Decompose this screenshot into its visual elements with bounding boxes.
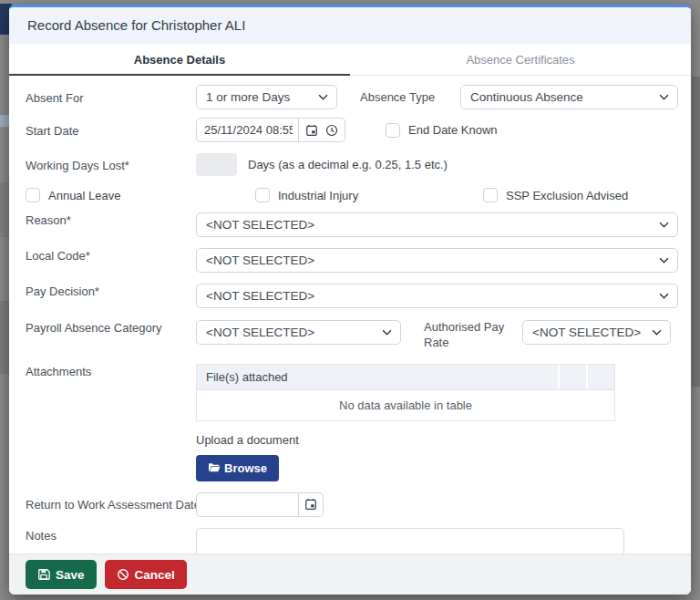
absent-for-value: 1 or more Days: [206, 90, 313, 104]
chevron-down-icon: [659, 222, 669, 228]
attachments-area: File(s) attached No data available in ta…: [196, 364, 615, 481]
industrial-injury-field: Industrial Injury: [255, 188, 483, 202]
start-date-label: Start Date: [26, 123, 196, 138]
start-date-group: [196, 118, 345, 142]
row-local-code: Local Code* <NOT SELECTED>: [26, 248, 678, 273]
row-pay-decision: Pay Decision* <NOT SELECTED>: [26, 284, 678, 308]
record-absence-modal: Record Absence for Christopher ALI Absen…: [9, 5, 691, 595]
background-page-fragment: [0, 182, 9, 237]
floppy-disk-icon: [37, 568, 50, 581]
reason-value: <NOT SELECTED>: [206, 218, 654, 232]
return-to-work-picker-button[interactable]: [299, 492, 324, 517]
attachments-table-header: File(s) attached: [197, 365, 614, 390]
attachments-label: Attachments: [26, 364, 196, 378]
absence-type-label: Absence Type: [360, 90, 460, 104]
pay-decision-label: Pay Decision*: [26, 284, 196, 298]
chevron-down-icon: [659, 257, 669, 264]
clock-icon[interactable]: [325, 124, 338, 137]
row-start-date: Start Date End Date Known: [26, 118, 678, 142]
form-body: Absent For 1 or more Days Absence Type C…: [9, 76, 691, 553]
return-to-work-group: [196, 492, 324, 517]
working-days-lost-input[interactable]: [196, 153, 237, 176]
chevron-down-icon: [318, 94, 328, 100]
local-code-label: Local Code*: [26, 248, 196, 263]
background-page-fragment: [692, 77, 700, 387]
payroll-absence-category-label: Payroll Absence Category: [26, 320, 196, 335]
annual-leave-label: Annual Leave: [48, 189, 121, 202]
absence-type-value: Continuous Absence: [470, 90, 654, 104]
ssp-exclusion-label: SSP Exclusion Advised: [506, 189, 628, 202]
notes-textarea[interactable]: [196, 528, 624, 553]
calendar-icon[interactable]: [305, 124, 318, 137]
chevron-down-icon: [382, 329, 392, 336]
attachments-action-column-2: [586, 365, 614, 389]
chevron-down-icon: [652, 329, 662, 336]
folder-open-icon: [208, 462, 221, 473]
save-button[interactable]: Save: [26, 560, 97, 589]
reason-label: Reason*: [26, 212, 196, 227]
pay-decision-value: <NOT SELECTED>: [206, 289, 654, 303]
payroll-absence-category-value: <NOT SELECTED>: [206, 326, 376, 339]
modal-title: Record Absence for Christopher ALI: [27, 17, 673, 33]
browse-button-label: Browse: [224, 461, 267, 475]
industrial-injury-checkbox[interactable]: [255, 188, 270, 202]
local-code-value: <NOT SELECTED>: [206, 253, 654, 267]
absence-type-select[interactable]: Continuous Absence: [460, 85, 678, 109]
row-absent-for: Absent For 1 or more Days Absence Type C…: [26, 85, 678, 109]
tab-absence-details[interactable]: Absence Details: [9, 44, 350, 75]
cancel-button-label: Cancel: [135, 568, 175, 582]
payroll-absence-category-select[interactable]: <NOT SELECTED>: [196, 320, 401, 345]
end-date-known-label: End Date Known: [408, 123, 498, 137]
upload-document-label: Upload a document: [196, 433, 615, 447]
end-date-known-field: End Date Known: [386, 123, 498, 138]
cancel-button[interactable]: Cancel: [105, 560, 187, 589]
calendar-icon[interactable]: [304, 498, 317, 511]
reason-select[interactable]: <NOT SELECTED>: [196, 212, 678, 237]
notes-label: Notes: [26, 528, 196, 543]
browse-button[interactable]: Browse: [196, 455, 279, 481]
row-payroll-category: Payroll Absence Category <NOT SELECTED> …: [26, 320, 678, 351]
annual-leave-checkbox[interactable]: [26, 188, 40, 202]
tab-bar: Absence Details Absence Certificates: [9, 44, 691, 76]
tab-absence-certificates[interactable]: Absence Certificates: [350, 44, 691, 75]
authorised-pay-rate-label: Authorised Pay Rate: [424, 320, 522, 351]
row-absence-flags: Annual Leave Industrial Injury SSP Exclu…: [26, 188, 678, 202]
row-attachments: Attachments File(s) attached No data ava…: [26, 364, 678, 481]
return-to-work-input[interactable]: [196, 492, 299, 517]
attachments-empty-message: No data available in table: [197, 390, 614, 420]
end-date-known-checkbox[interactable]: [386, 123, 400, 138]
chevron-down-icon: [659, 293, 669, 299]
row-return-to-work: Return to Work Assessment Date: [26, 492, 678, 517]
start-date-input[interactable]: [196, 118, 299, 142]
ssp-exclusion-checkbox[interactable]: [483, 188, 498, 202]
absent-for-select[interactable]: 1 or more Days: [196, 85, 337, 109]
return-to-work-label: Return to Work Assessment Date: [26, 497, 196, 512]
local-code-select[interactable]: <NOT SELECTED>: [196, 248, 678, 273]
attachments-table: File(s) attached No data available in ta…: [196, 364, 615, 421]
modal-header: Record Absence for Christopher ALI: [9, 7, 691, 44]
absent-for-label: Absent For: [26, 90, 196, 105]
industrial-injury-label: Industrial Injury: [278, 189, 358, 202]
working-days-lost-label: Working Days Lost*: [26, 158, 196, 172]
chevron-down-icon: [659, 94, 669, 100]
ssp-exclusion-field: SSP Exclusion Advised: [483, 188, 628, 202]
pay-decision-select[interactable]: <NOT SELECTED>: [196, 284, 678, 308]
files-attached-column-header: File(s) attached: [197, 365, 558, 389]
row-reason: Reason* <NOT SELECTED>: [26, 212, 678, 237]
start-date-picker-buttons[interactable]: [299, 118, 345, 142]
row-working-days-lost: Working Days Lost* Days (as a decimal e.…: [26, 153, 678, 176]
save-button-label: Save: [56, 568, 85, 582]
annual-leave-field: Annual Leave: [26, 188, 255, 202]
authorised-pay-rate-value: <NOT SELECTED>: [532, 326, 646, 339]
working-days-lost-hint: Days (as a decimal e.g. 0.25, 1.5 etc.): [248, 158, 448, 171]
authorised-pay-rate-select[interactable]: <NOT SELECTED>: [522, 320, 671, 345]
no-entry-icon: [117, 568, 129, 581]
modal-footer: Save Cancel: [9, 553, 691, 595]
attachments-action-column-1: [558, 365, 586, 389]
row-notes: Notes: [26, 528, 678, 553]
background-page-fragment: [0, 301, 9, 374]
